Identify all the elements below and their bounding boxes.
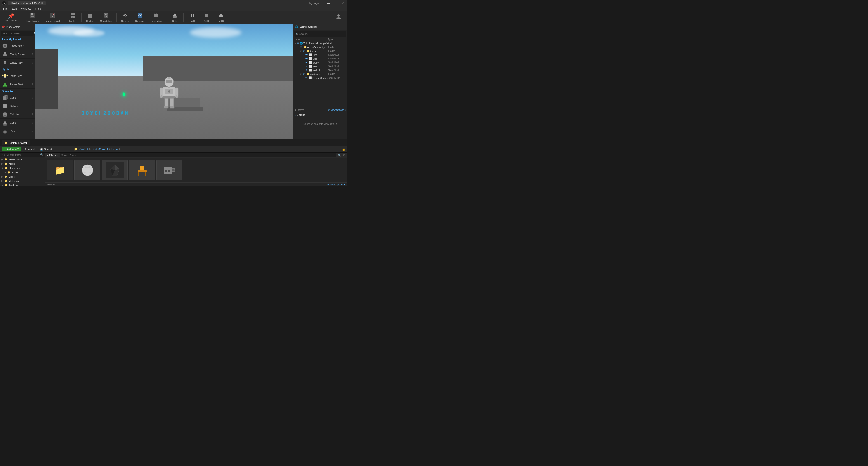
save-current-btn[interactable]: Save Current — [24, 12, 41, 23]
nav-back-btn[interactable]: ← — [57, 147, 62, 151]
asset-chair[interactable] — [129, 160, 155, 180]
modes-btn[interactable]: Modes — [66, 12, 80, 23]
folder-blueprints[interactable]: ▼ 📁 Blueprints — [0, 166, 45, 170]
tree-item-wall9[interactable]: ▶ 👁 ⬜ Wall9 StaticMesh — [293, 61, 347, 64]
folder-architecture[interactable]: ▶ 📁 Architecture — [0, 157, 45, 162]
lock-icon[interactable]: 🔒 — [342, 148, 345, 151]
actor-cone[interactable]: Cone ? — [0, 119, 35, 127]
vis-floor[interactable]: 👁 — [305, 54, 309, 56]
tree-item-wall10[interactable]: ▶ 👁 ⬜ Wall10 StaticMesh — [293, 64, 347, 68]
folder-maps[interactable]: ▶ 📁 Maps — [0, 175, 45, 179]
actor-empty-character[interactable]: Empty Charac... ? — [0, 50, 35, 59]
tree-item-walkway[interactable]: ▼ 👁 📁 Walkway Folder — [293, 72, 347, 76]
vis-wall7[interactable]: 👁 — [305, 57, 309, 60]
vis-bump[interactable]: 👁 — [305, 76, 308, 79]
tree-item-wall7[interactable]: ▶ 👁 ⬜ Wall7 StaticMesh — [293, 57, 347, 61]
category-lights[interactable]: Lights — [0, 67, 35, 72]
grid-view-icon[interactable]: ⊞ — [343, 154, 345, 157]
breadcrumb-starter[interactable]: StarterContent — [92, 148, 108, 151]
outliner-search-input[interactable] — [299, 33, 342, 35]
tree-icon-btn[interactable]: ≡ — [1, 153, 3, 156]
viewport[interactable]: ЗОУСН200ВАЙ — [35, 24, 293, 139]
category-geometry[interactable]: Geometry — [0, 89, 35, 94]
settings-btn[interactable]: Settings — [119, 12, 132, 23]
filter-btn-left[interactable]: ⊞ — [3, 153, 6, 156]
dark-material-thumb — [106, 162, 124, 178]
vis-arena[interactable]: 👁 — [303, 50, 306, 52]
actor-box-trigger[interactable]: Box Trigger ? — [0, 135, 35, 139]
svg-point-38 — [4, 52, 6, 54]
vis-arena-geo[interactable]: 👁 — [300, 46, 303, 49]
folder-hdri[interactable]: ▶ 📁 HDRI — [0, 170, 45, 175]
stop-btn[interactable]: Stop — [200, 12, 213, 23]
menu-help[interactable]: Help — [33, 7, 43, 11]
tree-item-arena[interactable]: ▼ 👁 📁 Arena Folder — [293, 49, 347, 53]
breadcrumb-props[interactable]: Props — [112, 148, 118, 151]
vis-wall9[interactable]: 👁 — [305, 61, 309, 64]
outliner-search-bar[interactable]: 🔍 + — [294, 31, 346, 37]
content-filter-search[interactable] — [60, 153, 336, 157]
source-control-btn[interactable]: Source Control — [42, 12, 62, 23]
add-new-btn[interactable]: + Add New ▾ — [2, 147, 21, 151]
vis-world[interactable]: 👁 — [297, 42, 299, 44]
view-options-btn[interactable]: 👁 View Options ▾ — [328, 109, 346, 111]
asset-dark-material[interactable] — [102, 160, 128, 180]
tab-close[interactable]: ✕ — [41, 2, 43, 4]
import-btn[interactable]: ⬆ Import — [23, 147, 36, 151]
content-search-input[interactable] — [6, 153, 39, 156]
search-classes-input[interactable] — [2, 32, 34, 35]
folder-particles[interactable]: ▼ 📁 Particles — [0, 183, 45, 186]
tree-item-world[interactable]: ▼ 👁 🌐 ThirdPersonExampleWorld — [293, 41, 347, 45]
filters-btn[interactable]: ▾ Filters ▾ — [47, 154, 58, 157]
window-maximize[interactable]: □ — [334, 1, 338, 5]
content-view-options-btn[interactable]: 👁 View Options ▾ — [327, 183, 345, 186]
search-classes-bar[interactable]: 🔍 — [1, 31, 34, 36]
window-close[interactable]: ✕ — [340, 1, 345, 5]
folder-audio[interactable]: ▶ 📁 Audio — [0, 162, 45, 166]
nav-forward-btn[interactable]: → — [63, 147, 68, 151]
actor-point-light[interactable]: Point Light ? — [0, 72, 35, 80]
actor-player-start[interactable]: Player Start ? — [0, 80, 35, 89]
toolbar-sep-4 — [116, 13, 117, 22]
marketplace-btn[interactable]: Marketplace — [98, 12, 115, 23]
tab-content-browser[interactable]: 📁 Content Browser — [2, 140, 30, 145]
content-btn[interactable]: Content — [84, 12, 97, 23]
user-btn[interactable] — [332, 12, 345, 23]
asset-sphere[interactable] — [74, 160, 100, 180]
folder-thumb[interactable]: 📁 — [47, 160, 73, 180]
actor-empty-pawn[interactable]: Empty Pawn ? — [0, 59, 35, 67]
pause-btn[interactable]: Pause — [185, 12, 199, 23]
vis-walkway[interactable]: 👁 — [303, 73, 306, 75]
outliner-add-icon[interactable]: + — [343, 32, 345, 36]
menu-window[interactable]: Window — [19, 7, 33, 11]
blueprints-btn[interactable]: Blueprints — [133, 12, 147, 23]
asset-block[interactable] — [156, 160, 182, 180]
tree-item-bump-static[interactable]: ▶ 👁 ⬜ Bump_Static... StaticMesh — [293, 76, 347, 80]
toolbar-sep-6 — [183, 13, 184, 22]
menu-file[interactable]: File — [1, 7, 10, 11]
save-all-btn[interactable]: 💾 Save All — [38, 147, 55, 151]
tree-item-arena-geometry[interactable]: ▼ 👁 📁 ArenaGeometry Folder — [293, 45, 347, 49]
actor-plane[interactable]: Plane ? — [0, 127, 35, 135]
place-actors-btn[interactable]: 📌 Place Actors — [2, 12, 20, 23]
breadcrumb-content[interactable]: Content — [79, 148, 88, 151]
tab-map[interactable]: ThirdPersonExampleMap* ✕ — [8, 1, 46, 5]
vis-wall10[interactable]: 👁 — [305, 65, 309, 68]
actor-cylinder[interactable]: Cylinder ? — [0, 110, 35, 119]
cinematics-btn[interactable]: Cinematics — [149, 12, 164, 23]
tree-item-floor[interactable]: ▶ 👁 ⬜ Floor StaticMesh — [293, 53, 347, 57]
folder-materials[interactable]: ▶ 📁 Materials — [0, 179, 45, 183]
vis-wall11[interactable]: 👁 — [305, 69, 309, 71]
world-outliner-header: 🌐 World Outliner — [293, 24, 347, 30]
actor-cube[interactable]: Cube ? — [0, 94, 35, 102]
content-search-bar[interactable]: ≡ ⊞ 🔍 — [0, 153, 45, 157]
build-btn[interactable]: Build — [168, 12, 182, 23]
window-minimize[interactable]: — — [326, 1, 332, 5]
eject-btn[interactable]: Eject — [214, 12, 228, 23]
tree-item-wall11[interactable]: ▶ 👁 ⬜ Wall11 StaticMesh — [293, 68, 347, 72]
menu-edit[interactable]: Edit — [10, 7, 19, 11]
actor-empty-actor[interactable]: Empty Actor ? — [0, 42, 35, 50]
details-panel: ℹ Details Select an object to view detai… — [293, 112, 347, 139]
actor-sphere[interactable]: Sphere ? — [0, 102, 35, 110]
category-recently-placed[interactable]: Recently Placed — [0, 37, 35, 42]
